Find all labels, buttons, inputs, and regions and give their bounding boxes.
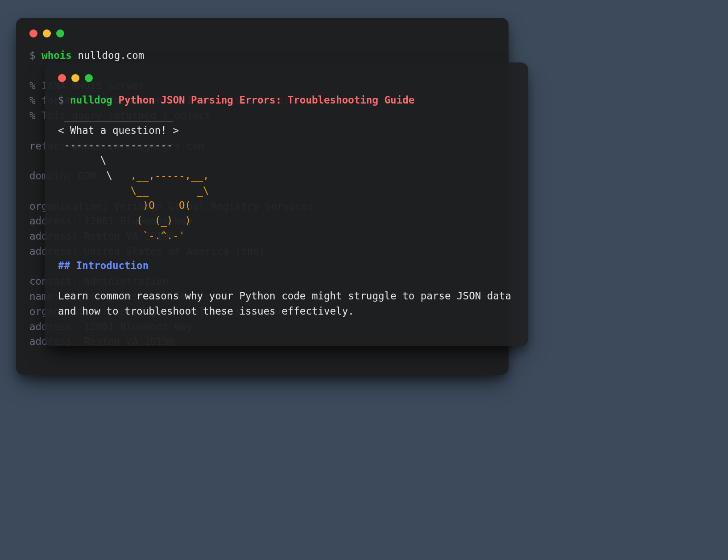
cowsay-line: `-.^.-' xyxy=(58,228,515,244)
command-arg: nulldog.com xyxy=(78,50,144,61)
close-icon[interactable] xyxy=(58,74,66,82)
prompt-line: $ whois nulldog.com xyxy=(29,48,495,63)
prompt-line: $ nulldog Python JSON Parsing Errors: Tr… xyxy=(58,93,515,108)
prompt-symbol: $ xyxy=(58,94,64,106)
speech-bubble-top: __________________ xyxy=(58,108,515,123)
cowsay-line: \ ,__,-----,__, xyxy=(58,168,515,183)
command-whois: whois xyxy=(41,50,72,61)
minimize-icon[interactable] xyxy=(43,29,51,37)
section-heading: ## Introduction xyxy=(58,258,515,274)
close-icon[interactable] xyxy=(29,29,37,37)
maximize-icon[interactable] xyxy=(85,74,93,82)
prompt-symbol: $ xyxy=(29,50,36,61)
terminal-window-front: $ nulldog Python JSON Parsing Errors: Tr… xyxy=(45,62,528,346)
minimize-icon[interactable] xyxy=(71,74,79,82)
cowsay-line: ( (_) ) xyxy=(58,213,515,228)
article-title: Python JSON Parsing Errors: Troubleshoot… xyxy=(118,94,414,106)
window-controls xyxy=(29,29,495,37)
cowsay-line: )O O( xyxy=(58,198,515,213)
cowsay-line: \__ _\ xyxy=(58,183,515,199)
body-text: Learn common reasons why your Python cod… xyxy=(58,289,515,319)
command-nulldog: nulldog xyxy=(70,94,112,106)
speech-bubble-bottom: ------------------ xyxy=(58,138,515,153)
window-controls xyxy=(58,74,515,82)
speech-bubble-text: < What a question! > xyxy=(58,123,515,138)
cowsay-line: \ xyxy=(58,153,515,168)
maximize-icon[interactable] xyxy=(56,29,64,37)
